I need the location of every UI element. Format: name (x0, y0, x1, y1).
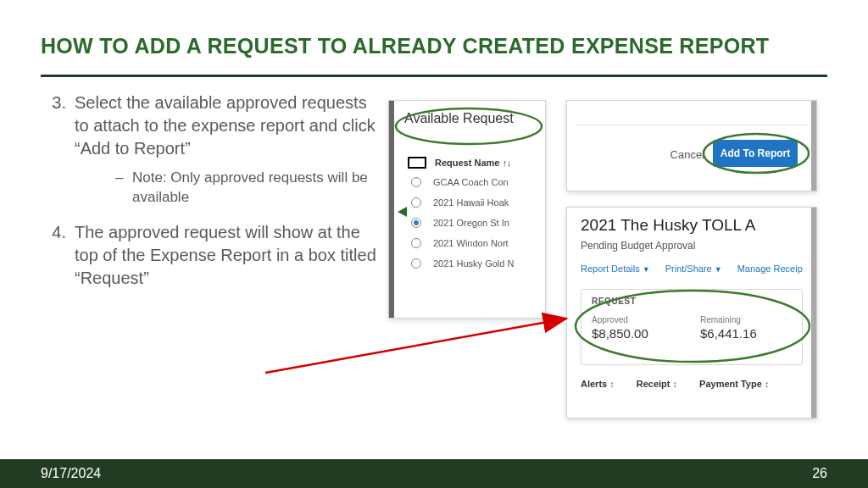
step-3: 3. Select the available approved request… (41, 92, 380, 208)
column-payment-type[interactable]: Payment Type (699, 379, 769, 389)
add-to-report-panel: Cancel Add To Report (566, 100, 817, 191)
green-arrow-icon (398, 207, 407, 217)
title-rule (41, 75, 827, 77)
request-row[interactable]: 2021 Husky Gold N (408, 253, 538, 274)
report-details-link[interactable]: Report Details ▼ (581, 263, 650, 274)
cancel-link[interactable]: Cancel (670, 148, 704, 161)
report-status: Pending Budget Approval (581, 240, 695, 252)
column-alerts[interactable]: Alerts (581, 379, 615, 389)
column-request-name[interactable]: Request Name ↑↓ (435, 158, 511, 168)
report-header-panel: 2021 The Husky TOLL A Pending Budget App… (566, 207, 817, 419)
request-row[interactable]: 2021 Oregon St In (408, 213, 538, 233)
radio-icon[interactable] (411, 197, 421, 208)
chevron-down-icon: ▼ (643, 265, 650, 274)
radio-icon[interactable] (411, 218, 421, 228)
radio-icon[interactable] (411, 177, 421, 187)
available-requests-panel: Available Request Request Name ↑↓ GCAA C… (388, 100, 546, 319)
radio-icon[interactable] (411, 238, 421, 248)
footer-date: 9/17/2024 (41, 466, 101, 481)
footer-page: 26 (812, 466, 827, 481)
step-3-note: Note: Only approved requests will be ava… (75, 169, 380, 208)
print-share-link[interactable]: Print/Share ▼ (665, 263, 722, 274)
step-4: 4. The approved request will show at the… (41, 221, 380, 290)
slide-title: HOW TO ADD A REQUEST TO ALREADY CREATED … (41, 34, 769, 58)
svg-point-2 (576, 291, 810, 362)
manage-receipts-link[interactable]: Manage Receip (737, 263, 803, 274)
scrollbar-right (811, 101, 816, 191)
highlight-oval-icon (392, 104, 545, 148)
request-row[interactable]: 2021 Hawaii Hoak (408, 192, 538, 213)
slide-footer: 9/17/2024 26 (0, 459, 868, 488)
svg-point-0 (396, 108, 542, 144)
highlight-oval-icon (701, 130, 811, 177)
report-title: 2021 The Husky TOLL A (581, 216, 755, 235)
request-row[interactable]: 2021 Windon Nort (408, 233, 538, 253)
divider (576, 125, 808, 125)
svg-point-1 (704, 134, 809, 173)
chevron-down-icon: ▼ (715, 265, 722, 274)
request-row[interactable]: GCAA Coach Con (408, 172, 538, 192)
instruction-text: 3. Select the available approved request… (41, 92, 388, 430)
column-receipt[interactable]: Receipt (637, 379, 677, 389)
radio-icon[interactable] (411, 258, 421, 269)
highlight-oval-icon (572, 284, 813, 369)
select-all-checkbox[interactable] (408, 157, 426, 169)
